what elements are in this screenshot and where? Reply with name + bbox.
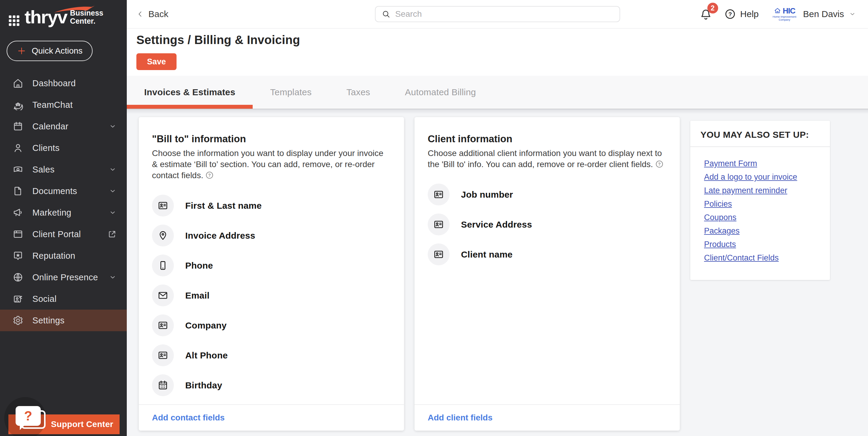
- client-info-description: Choose additional client information you…: [428, 147, 666, 170]
- client-fields-list: Job number Service Address Client name: [428, 183, 666, 265]
- sidebar-item[interactable]: Sales: [0, 159, 127, 180]
- contact-field-row[interactable]: Email: [152, 284, 391, 306]
- sidebar-item[interactable]: Client Portal: [0, 224, 127, 245]
- tab-label: Invoices & Estimates: [144, 87, 235, 97]
- sidebar-item[interactable]: Dashboard: [0, 72, 127, 94]
- calendar-dots-icon: [157, 380, 168, 391]
- social-icon: [12, 294, 23, 304]
- globe-icon: [12, 272, 23, 283]
- field-label: Alt Phone: [185, 350, 228, 361]
- id-card-icon: [157, 200, 168, 211]
- money-icon: [12, 164, 23, 175]
- client-field-row[interactable]: Client name: [428, 243, 666, 265]
- sidebar-item[interactable]: Documents: [0, 180, 127, 202]
- search-box[interactable]: [375, 6, 620, 22]
- search-input[interactable]: [395, 9, 614, 19]
- client-field-row[interactable]: Service Address: [428, 213, 666, 235]
- setup-link[interactable]: Late payment reminder: [704, 186, 823, 195]
- user-menu[interactable]: HIC Home Improvement Company Ben Davis: [771, 7, 856, 22]
- field-label: Service Address: [461, 220, 532, 230]
- support-center-button[interactable]: ? Support Center: [8, 414, 120, 434]
- help-tooltip-icon[interactable]: [205, 171, 214, 180]
- setup-link[interactable]: Packages: [704, 226, 823, 236]
- sidebar-item[interactable]: Calendar: [0, 115, 127, 137]
- thryv-logo[interactable]: thryv Business Center.: [0, 0, 127, 27]
- tab-bar-shadow: [127, 109, 868, 114]
- sidebar-item[interactable]: Reputation: [0, 245, 127, 267]
- person-icon: [12, 142, 23, 153]
- setup-link[interactable]: Coupons: [704, 213, 823, 222]
- sidebar-item-label: Online Presence: [32, 272, 98, 282]
- tab[interactable]: Invoices & Estimates: [127, 76, 253, 109]
- setup-link[interactable]: Client/Contact Fields: [704, 253, 823, 263]
- field-label: First & Last name: [185, 201, 262, 211]
- gear-icon: [12, 315, 23, 326]
- field-label: Birthday: [185, 380, 222, 391]
- sidebar-item[interactable]: Marketing: [0, 202, 127, 224]
- help-button[interactable]: Help: [724, 8, 759, 20]
- client-info-card: Client information Choose additional cli…: [414, 117, 680, 431]
- sidebar-item-label: Documents: [32, 186, 77, 196]
- tab[interactable]: Automated Billing: [388, 76, 493, 109]
- id-card-icon: [157, 350, 168, 361]
- client-field-row[interactable]: Job number: [428, 183, 666, 205]
- contact-field-row[interactable]: Phone: [152, 255, 391, 276]
- field-label: Phone: [185, 261, 213, 271]
- bill-to-title: "Bill to" information: [152, 133, 391, 145]
- back-button[interactable]: Back: [136, 9, 168, 19]
- field-label: Company: [185, 321, 226, 331]
- sidebar-item-label: Client Portal: [32, 229, 81, 239]
- calendar-icon: [12, 121, 23, 132]
- company-logo: HIC Home Improvement Company: [771, 7, 798, 22]
- also-setup-panel: YOU MAY ALSO SET UP: Payment Form Add a …: [690, 121, 830, 280]
- chevron-down-icon: [109, 209, 117, 216]
- tab[interactable]: Templates: [253, 76, 329, 109]
- page-title: Settings / Billing & Invoicing: [136, 33, 868, 47]
- setup-link[interactable]: Payment Form: [704, 159, 823, 168]
- field-label: Email: [185, 291, 210, 301]
- user-name: Ben Davis: [803, 9, 844, 19]
- quick-actions-label: Quick Actions: [32, 46, 83, 56]
- chevron-left-icon: [136, 10, 144, 18]
- sidebar-item[interactable]: Clients: [0, 137, 127, 159]
- question-icon: [724, 8, 736, 20]
- sidebar-item[interactable]: TeamChat: [0, 94, 127, 115]
- setup-link[interactable]: Products: [704, 240, 823, 249]
- sidebar-item[interactable]: Online Presence: [0, 267, 127, 288]
- also-setup-title: YOU MAY ALSO SET UP:: [690, 121, 830, 147]
- setup-link[interactable]: Add a logo to your invoice: [704, 172, 823, 182]
- add-contact-fields-link[interactable]: Add contact fields: [152, 413, 225, 423]
- tab[interactable]: Taxes: [329, 76, 388, 109]
- contact-field-row[interactable]: First & Last name: [152, 195, 391, 216]
- quick-actions-button[interactable]: Quick Actions: [7, 41, 93, 61]
- contact-field-row[interactable]: Alt Phone: [152, 344, 391, 366]
- sidebar-item[interactable]: Social: [0, 288, 127, 310]
- client-info-title: Client information: [428, 133, 666, 145]
- sidebar: thryv Business Center. Quick Actions Das…: [0, 0, 127, 436]
- notifications-button[interactable]: 2: [700, 6, 712, 22]
- document-icon: [12, 186, 23, 196]
- setup-link[interactable]: Policies: [704, 199, 823, 209]
- external-link-icon: [107, 230, 117, 239]
- contact-field-row[interactable]: Invoice Address: [152, 225, 391, 246]
- home-icon: [12, 78, 23, 89]
- id-card-icon: [433, 249, 444, 260]
- help-tooltip-icon[interactable]: [655, 160, 664, 169]
- page-header: Settings / Billing & Invoicing Save: [127, 28, 868, 76]
- contact-field-row[interactable]: Birthday: [152, 374, 391, 396]
- swoosh-icon: [53, 5, 95, 13]
- search-icon: [381, 9, 391, 19]
- field-label: Client name: [461, 249, 513, 260]
- save-button[interactable]: Save: [136, 53, 177, 70]
- sidebar-item-label: Marketing: [32, 208, 71, 218]
- megaphone-icon: [12, 207, 23, 218]
- sidebar-nav: Dashboard TeamChat Calendar: [0, 72, 127, 331]
- sidebar-item[interactable]: Settings: [0, 310, 127, 331]
- contact-field-row[interactable]: Company: [152, 314, 391, 336]
- browser-icon: [12, 229, 23, 240]
- content: "Bill to" information Choose the informa…: [127, 114, 868, 436]
- chevron-down-icon: [109, 166, 117, 173]
- id-card-icon: [157, 320, 168, 331]
- add-client-fields-link[interactable]: Add client fields: [428, 413, 492, 423]
- field-label: Invoice Address: [185, 231, 255, 241]
